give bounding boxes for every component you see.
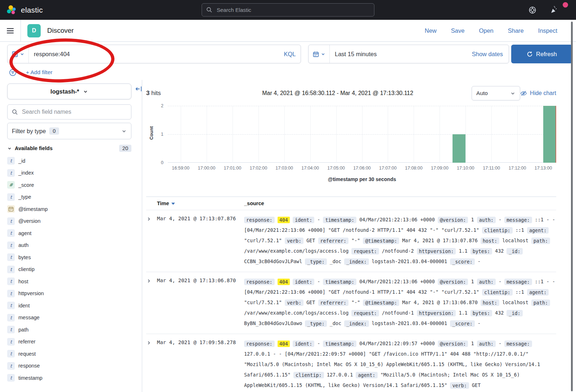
vertical-scrollbar[interactable] [571,22,573,391]
field-item-score[interactable]: #_score [7,179,142,191]
field-name-badge: auth: [477,279,496,285]
field-item-clientip[interactable]: tclientip [7,263,142,276]
index-pattern-select[interactable]: logstash-* [7,84,131,99]
field-item-referrer[interactable]: treferrer [7,336,142,348]
available-fields-header[interactable]: Available fields 20 [7,145,131,152]
date-quick-menu-button[interactable] [309,45,330,63]
field-name: path [18,327,28,333]
field-item-type[interactable]: t_type [7,191,142,203]
elastic-brand[interactable]: elastic [6,5,43,15]
field-item-index[interactable]: t_index [7,167,142,179]
field-name-badge: message: [504,279,532,285]
field-item-agent[interactable]: tagent [7,227,142,239]
field-name: ident [18,303,30,308]
field-name-badge: ident: [293,279,314,285]
chevron-down-icon [121,129,127,134]
y-tick-label: 2 [161,103,163,108]
add-filter-button[interactable]: + Add filter [26,69,53,76]
x-tick-label: 17:13:00 [535,166,552,171]
text-field-icon: t [7,314,15,321]
menu-icon[interactable] [0,20,21,41]
field-item-timestamp[interactable]: @timestamp [7,203,142,215]
global-search-box[interactable] [202,3,374,17]
discover-app-badge[interactable]: D [27,24,41,37]
global-search-input[interactable] [216,6,370,13]
field-name-badge: response: [244,279,275,285]
field-value: 432 [495,248,504,254]
field-value: 1 [471,341,474,346]
field-name-badge: verb: [285,238,303,244]
field-item-timestamp[interactable]: ttimestamp [7,372,142,384]
field-item-ident[interactable]: tident [7,299,142,312]
field-item-version[interactable]: t@version [7,215,142,227]
field-name-badge: path: [531,238,550,244]
field-item-path[interactable]: tpath [7,324,142,336]
show-dates-button[interactable]: Show dates [472,51,509,58]
field-item-host[interactable]: thost [7,275,142,288]
field-name-badge: _id: [507,248,522,254]
field-name-badge: _type: [305,320,327,327]
field-name: agent [18,230,31,236]
field-name: httpversion [18,290,44,296]
results-area: 3 hits Mar 4, 2021 @ 16:58:30.112 - Mar … [143,80,576,392]
field-name-badge: _score: [450,320,474,327]
expand-row-button[interactable] [146,276,157,284]
field-search-box [7,104,131,120]
row-source: response: 404 ident: - timestamp: 04/Mar… [244,276,556,329]
x-tick-label: 17:04:00 [301,166,319,171]
field-search-input[interactable] [21,108,127,116]
expand-row-button[interactable] [146,338,157,346]
field-value: 127.0.0.1 [327,372,353,378]
field-name-badge: message: [504,217,532,223]
field-name: _score [18,182,34,188]
field-item-request[interactable]: trequest [7,348,142,360]
field-item-response[interactable]: tresponse [7,360,142,372]
open-button[interactable]: Open [479,27,493,34]
save-button[interactable]: Save [451,27,465,34]
filter-icon[interactable] [9,68,17,77]
field-value: 1.1 [459,248,467,254]
horizontal-gridline [168,106,556,106]
time-range-value[interactable]: Last 15 minutes [330,51,472,58]
time-column-header[interactable]: Time [157,200,244,206]
field-value: "curl/7.52.1" [244,238,282,243]
news-icon[interactable] [550,5,559,14]
x-tick-label: 17:03:00 [275,166,293,171]
query-input[interactable] [29,51,279,58]
help-icon[interactable] [528,6,537,14]
field-item-auth[interactable]: tauth [7,239,142,252]
expand-row-button[interactable] [146,215,157,222]
inspect-button[interactable]: Inspect [538,27,557,34]
collapse-sidebar-icon[interactable] [135,86,142,92]
share-button[interactable]: Share [508,27,524,34]
text-field-icon: t [7,278,15,285]
text-field-icon: t [7,253,15,261]
field-item-message[interactable]: tmessage [7,312,142,324]
field-value: localhost [502,300,528,305]
field-value: ByBN_3cB04dGovJLOawo [244,321,302,326]
text-field-icon: t [7,242,15,249]
field-name-badge: @timestamp: [363,238,399,244]
interval-select[interactable]: Auto [472,86,520,100]
field-item-bytes[interactable]: tbytes [7,251,142,263]
field-item-httpversion[interactable]: thttpversion [7,288,142,300]
field-name-badge: _id: [507,310,522,316]
field-value: Mar 4, 2021 @ 17:13:06.870 [402,300,478,305]
row-timestamp: Mar 4, 2021 @ 17:13:07.876 [157,215,244,221]
table-row: Mar 4, 2021 @ 17:13:07.876response: 404 … [146,210,556,272]
x-tick-label: 17:02:00 [249,166,267,171]
row-source: response: 404 ident: - timestamp: 04/Mar… [244,338,556,391]
refresh-button[interactable]: Refresh [511,45,572,63]
search-icon [12,109,18,115]
hide-chart-button[interactable]: Hide chart [520,90,556,97]
field-name-badge: timestamp: [323,341,356,347]
histogram-bar[interactable] [453,134,465,163]
date-field-icon [7,205,15,213]
new-button[interactable]: New [425,27,437,34]
field-item-id[interactable]: t_id [7,155,142,167]
histogram-bar[interactable] [543,106,556,163]
document-table: Time _source Mar 4, 2021 @ 17:13:07.876r… [146,197,556,392]
saved-query-menu-button[interactable] [8,45,29,63]
query-language-button[interactable]: KQL [279,51,301,58]
filter-by-type-select[interactable]: Filter by type 0 [7,123,131,139]
